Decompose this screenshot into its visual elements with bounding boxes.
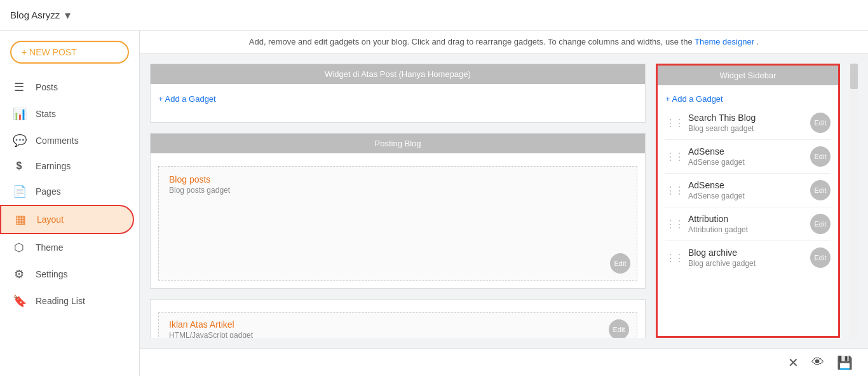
sidebar-item-label: Theme bbox=[36, 242, 64, 253]
blog-posts-edit-button[interactable]: Edit bbox=[610, 253, 630, 274]
add-gadget-link-atas-post[interactable]: + Add a Gadget bbox=[158, 92, 637, 106]
sidebar-widget-body: + Add a Gadget ⋮⋮ Search This Blog Blog … bbox=[658, 85, 838, 336]
theme-icon: ⬡ bbox=[13, 240, 25, 254]
blog-title: Blog Asryzz bbox=[10, 10, 60, 20]
sidebar-item-earnings[interactable]: $ Earnings bbox=[0, 154, 134, 178]
blog-posts-info: Blog posts Blog posts gadget bbox=[166, 174, 629, 195]
sidebar-item-comments[interactable]: 💬 Comments bbox=[0, 127, 134, 154]
close-icon[interactable]: ✕ bbox=[788, 355, 799, 370]
reading-list-icon: 🔖 bbox=[13, 294, 25, 308]
blog-posts-edit-container: Edit bbox=[610, 253, 630, 274]
adsense2-gadget-subtitle: AdSense gadget bbox=[688, 191, 805, 200]
main-container: + NEW POST ☰ Posts 📊 Stats 💬 Comments $ … bbox=[0, 31, 868, 376]
widget-section-body-atas-post: + Add a Gadget bbox=[151, 84, 645, 122]
content-area: Add, remove and edit gadgets on your blo… bbox=[140, 31, 868, 376]
archive-gadget-title: Blog archive bbox=[688, 247, 805, 258]
adsense1-edit-button[interactable]: Edit bbox=[810, 146, 831, 167]
widget-section-body-iklan: Iklan Atas Artikel HTML/JavaScript gadge… bbox=[151, 300, 645, 338]
adsense1-gadget-info: AdSense AdSense gadget bbox=[688, 146, 805, 167]
info-text-end: . bbox=[757, 37, 759, 46]
preview-icon[interactable]: 👁 bbox=[811, 355, 824, 370]
sidebar-item-posts[interactable]: ☰ Posts bbox=[0, 74, 134, 101]
iklan-gadget-title: Iklan Atas Artikel bbox=[169, 319, 609, 330]
scrollbar-thumb bbox=[850, 64, 858, 89]
save-icon[interactable]: 💾 bbox=[837, 355, 853, 370]
attribution-gadget-info: Attribution Attribution gadget bbox=[688, 214, 805, 234]
info-bar: Add, remove and edit gadgets on your blo… bbox=[140, 31, 868, 53]
earnings-icon: $ bbox=[13, 160, 25, 172]
comments-icon: 💬 bbox=[13, 134, 25, 148]
bottom-bar: ✕ 👁 💾 bbox=[140, 348, 868, 376]
sidebar-item-pages[interactable]: 📄 Pages bbox=[0, 178, 134, 205]
search-gadget-subtitle: Blog search gadget bbox=[688, 124, 805, 133]
adsense2-edit-button[interactable]: Edit bbox=[810, 180, 831, 200]
layout-editor: Widget di Atas Post (Hanya Homepage) + A… bbox=[140, 53, 868, 348]
layout-icon: ▦ bbox=[14, 212, 27, 226]
posts-icon: ☰ bbox=[13, 80, 25, 94]
sidebar-item-settings[interactable]: ⚙ Settings bbox=[0, 261, 134, 288]
sidebar-gadget-adsense-2: ⋮⋮ AdSense AdSense gadget Edit bbox=[665, 174, 831, 207]
search-gadget-info: Search This Blog Blog search gadget bbox=[688, 113, 805, 133]
sidebar-item-label: Pages bbox=[36, 186, 61, 197]
sidebar-widget-header: Widget Sidebar bbox=[658, 66, 838, 85]
search-edit-button[interactable]: Edit bbox=[810, 113, 831, 133]
blog-posts-title: Blog posts bbox=[169, 174, 629, 185]
sidebar-gadget-search: ⋮⋮ Search This Blog Blog search gadget E… bbox=[665, 106, 831, 140]
sidebar-item-theme[interactable]: ⬡ Theme bbox=[0, 234, 134, 261]
sidebar-gadget-adsense-1: ⋮⋮ AdSense AdSense gadget Edit bbox=[665, 140, 831, 174]
info-text: Add, remove and edit gadgets on your blo… bbox=[249, 37, 695, 46]
settings-icon: ⚙ bbox=[13, 267, 25, 281]
new-post-label: + NEW POST bbox=[22, 47, 77, 57]
widget-section-posting-blog: Posting Blog Blog posts Blog posts gadge… bbox=[150, 133, 646, 289]
sidebar-item-label: Reading List bbox=[36, 296, 85, 306]
blog-posts-subtitle: Blog posts gadget bbox=[169, 186, 629, 195]
widget-section-header-atas-post: Widget di Atas Post (Hanya Homepage) bbox=[151, 64, 645, 84]
widget-section-iklan: Iklan Atas Artikel HTML/JavaScript gadge… bbox=[150, 299, 646, 338]
adsense2-gadget-title: AdSense bbox=[688, 180, 805, 190]
widget-section-body-posting-blog: Blog posts Blog posts gadget Edit bbox=[151, 153, 645, 288]
right-scrollbar[interactable] bbox=[850, 64, 858, 338]
widget-section-header-posting-blog: Posting Blog bbox=[151, 134, 645, 153]
main-column: Widget di Atas Post (Hanya Homepage) + A… bbox=[150, 64, 646, 338]
sidebar-item-label: Settings bbox=[36, 269, 68, 279]
sidebar-item-label: Earnings bbox=[36, 161, 71, 171]
sidebar-gadget-archive: ⋮⋮ Blog archive Blog archive gadget Edit bbox=[665, 241, 831, 274]
iklan-gadget-subtitle: HTML/JavaScript gadget bbox=[169, 331, 609, 338]
drag-handle-archive[interactable]: ⋮⋮ bbox=[665, 252, 683, 264]
sidebar-item-label: Stats bbox=[36, 109, 56, 119]
drag-handle-search[interactable]: ⋮⋮ bbox=[665, 117, 683, 129]
sidebar-item-label: Layout bbox=[37, 214, 64, 225]
attribution-edit-button[interactable]: Edit bbox=[810, 214, 831, 234]
add-gadget-link-sidebar[interactable]: + Add a Gadget bbox=[665, 92, 831, 106]
drag-handle-adsense-1[interactable]: ⋮⋮ bbox=[665, 151, 683, 163]
archive-gadget-info: Blog archive Blog archive gadget bbox=[688, 247, 805, 268]
sidebar-item-stats[interactable]: 📊 Stats bbox=[0, 101, 134, 127]
sidebar-nav: + NEW POST ☰ Posts 📊 Stats 💬 Comments $ … bbox=[0, 31, 140, 376]
stats-icon: 📊 bbox=[13, 107, 25, 121]
sidebar-item-layout[interactable]: ▦ Layout bbox=[0, 205, 134, 234]
attribution-gadget-title: Attribution bbox=[688, 214, 805, 224]
adsense1-gadget-title: AdSense bbox=[688, 146, 805, 157]
archive-edit-button[interactable]: Edit bbox=[810, 247, 831, 268]
new-post-button[interactable]: + NEW POST bbox=[10, 41, 129, 64]
drag-handle-adsense-2[interactable]: ⋮⋮ bbox=[665, 185, 683, 197]
blog-posts-gadget: Blog posts Blog posts gadget Edit bbox=[158, 166, 637, 281]
sidebar-item-reading-list[interactable]: 🔖 Reading List bbox=[0, 288, 134, 314]
pages-icon: 📄 bbox=[13, 185, 25, 198]
search-gadget-title: Search This Blog bbox=[688, 113, 805, 123]
sidebar-item-label: Posts bbox=[36, 82, 58, 92]
sidebar-item-label: Comments bbox=[36, 136, 79, 146]
adsense1-gadget-subtitle: AdSense gadget bbox=[688, 158, 805, 167]
attribution-gadget-subtitle: Attribution gadget bbox=[688, 225, 805, 234]
adsense2-gadget-info: AdSense AdSense gadget bbox=[688, 180, 805, 200]
sidebar-widget-column: Widget Sidebar + Add a Gadget ⋮⋮ Search … bbox=[656, 64, 840, 338]
widget-section-atas-post: Widget di Atas Post (Hanya Homepage) + A… bbox=[150, 64, 646, 123]
sidebar-gadget-attribution: ⋮⋮ Attribution Attribution gadget Edit bbox=[665, 207, 831, 241]
archive-gadget-subtitle: Blog archive gadget bbox=[688, 259, 805, 268]
drag-handle-attribution[interactable]: ⋮⋮ bbox=[665, 218, 683, 230]
iklan-edit-button[interactable]: Edit bbox=[609, 319, 629, 338]
blog-dropdown-chevron[interactable]: ▾ bbox=[65, 8, 71, 22]
iklan-gadget-info: Iklan Atas Artikel HTML/JavaScript gadge… bbox=[166, 319, 609, 338]
theme-designer-link[interactable]: Theme designer bbox=[695, 37, 754, 46]
iklan-gadget-item: Iklan Atas Artikel HTML/JavaScript gadge… bbox=[158, 312, 637, 338]
